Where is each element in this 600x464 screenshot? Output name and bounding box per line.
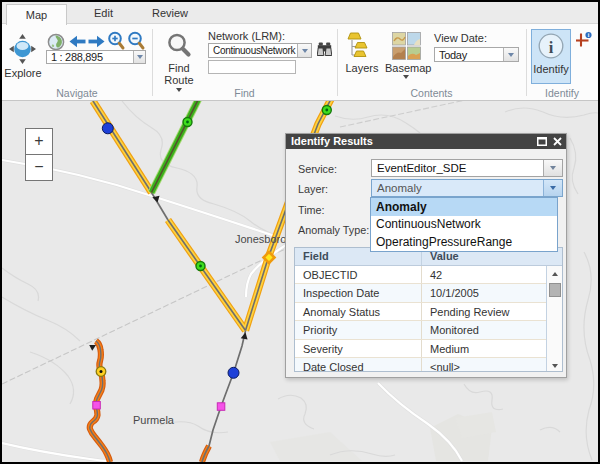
explore-icon[interactable] xyxy=(8,33,37,65)
arrow-down-icon xyxy=(552,364,558,368)
table-row[interactable]: OBJECTID42 xyxy=(295,266,546,284)
value-cell: 10/1/2005 xyxy=(421,284,546,301)
field-cell: Priority xyxy=(295,321,421,338)
dropdown-option[interactable]: ContinuousNetwork xyxy=(371,216,557,234)
map-zoom-out-button[interactable]: − xyxy=(25,154,53,181)
maximize-icon[interactable] xyxy=(537,137,547,146)
network-combobox[interactable]: ContinuousNetwork xyxy=(208,43,312,58)
identify-route-icon[interactable]: i xyxy=(574,31,593,48)
marker-pink-square xyxy=(217,403,225,411)
table-row[interactable]: Anomaly StatusPending Review xyxy=(295,303,546,321)
group-separator xyxy=(526,29,527,96)
chevron-down-icon xyxy=(137,55,143,59)
find-route-button[interactable]: Find Route xyxy=(155,62,203,86)
value-cell: Pending Review xyxy=(421,303,546,320)
dropdown-option[interactable]: Anomaly xyxy=(371,198,557,216)
marker-blue-dot xyxy=(228,367,239,378)
scale-combobox[interactable]: 1 : 288,895 xyxy=(46,50,146,64)
route-input[interactable] xyxy=(208,60,296,74)
tab-map[interactable]: Map xyxy=(6,4,67,25)
find-route-icon[interactable] xyxy=(166,32,192,58)
svg-text:i: i xyxy=(549,38,554,57)
zoom-out-icon[interactable] xyxy=(127,31,146,51)
find-route-dropdown-icon[interactable] xyxy=(176,88,182,92)
layer-combobox[interactable]: Anomaly xyxy=(371,179,563,197)
tab-edit[interactable]: Edit xyxy=(67,2,140,24)
chevron-down-icon xyxy=(508,53,514,57)
view-date-dropdown-button[interactable] xyxy=(503,48,518,61)
tab-edit-label: Edit xyxy=(94,7,113,19)
basemap-button[interactable]: Basemap xyxy=(385,62,429,74)
field-cell: Anomaly Status xyxy=(295,303,421,320)
group-label-contents: Contents xyxy=(337,87,526,99)
arrow-up-icon xyxy=(552,272,558,276)
chevron-down-icon xyxy=(550,166,556,170)
forward-arrow-icon[interactable] xyxy=(88,35,105,48)
view-date-combobox[interactable]: Today xyxy=(434,47,519,62)
back-arrow-icon[interactable] xyxy=(69,35,86,48)
service-label: Service: xyxy=(298,163,337,175)
panel-title: Identify Results xyxy=(291,135,373,147)
scale-dropdown-button[interactable] xyxy=(133,51,145,63)
service-dropdown-button[interactable] xyxy=(543,160,562,176)
explore-button[interactable]: Explore xyxy=(2,67,44,79)
identify-button[interactable]: i Identify xyxy=(531,29,571,84)
table-row[interactable]: PriorityMonitored xyxy=(295,321,546,339)
network-value: ContinuousNetwork xyxy=(213,44,295,57)
service-value: EventEditor_SDE xyxy=(377,160,467,176)
identify-icon: i xyxy=(538,33,564,59)
value-cell: <null> xyxy=(421,358,546,372)
layer-dropdown-button[interactable] xyxy=(543,180,562,196)
binoculars-icon[interactable] xyxy=(317,42,332,57)
app-window: Map Edit Review Navigate Find Contents I… xyxy=(2,2,598,462)
table-body: OBJECTID42Inspection Date10/1/2005Anomal… xyxy=(295,266,546,372)
zoom-in-icon[interactable] xyxy=(107,31,126,51)
scrollbar-thumb[interactable] xyxy=(549,283,561,297)
dropdown-option[interactable]: OperatingPressureRange xyxy=(371,233,557,251)
layer-value: Anomaly xyxy=(377,180,422,196)
map-label-purmela: Purmela xyxy=(133,414,175,426)
layers-label: Layers xyxy=(345,62,378,74)
map-zoom-in-button[interactable]: + xyxy=(25,128,53,155)
network-dropdown-button[interactable] xyxy=(297,44,311,57)
layers-icon[interactable] xyxy=(347,32,368,59)
value-cell: Monitored xyxy=(421,321,546,338)
tab-map-label: Map xyxy=(26,9,47,21)
value-cell: 42 xyxy=(421,266,546,283)
scroll-down-button[interactable] xyxy=(547,358,562,372)
marker-pink-square xyxy=(93,402,101,410)
basemap-dropdown-icon[interactable] xyxy=(403,75,409,79)
table-row[interactable]: SeverityMedium xyxy=(295,340,546,358)
chevron-down-icon xyxy=(302,49,308,53)
tab-review-label: Review xyxy=(152,7,188,19)
table-row[interactable]: Inspection Date10/1/2005 xyxy=(295,284,546,302)
close-icon[interactable] xyxy=(553,137,562,146)
basemap-icon[interactable] xyxy=(392,32,421,60)
layer-dropdown-list: AnomalyContinuousNetworkOperatingPressur… xyxy=(370,197,558,252)
panel-title-bar[interactable]: Identify Results xyxy=(286,134,566,149)
anomaly-type-label: Anomaly Type: xyxy=(298,224,369,236)
group-separator xyxy=(152,29,153,96)
ribbon-tab-bar: Map Edit Review xyxy=(2,2,598,24)
identify-label: Identify xyxy=(532,63,570,75)
scroll-up-button[interactable] xyxy=(547,266,562,281)
table-row[interactable]: Date Closed<null> xyxy=(295,358,546,372)
map-zoom-control: + − xyxy=(25,128,53,183)
tab-review[interactable]: Review xyxy=(140,2,200,24)
map-label-jonesboro: Jonesboro xyxy=(235,233,286,245)
value-cell: Medium xyxy=(421,340,546,357)
table-scrollbar[interactable] xyxy=(546,266,562,372)
field-cell: Inspection Date xyxy=(295,284,421,301)
view-date-label: View Date: xyxy=(434,32,487,44)
layer-label: Layer: xyxy=(298,183,328,195)
service-combobox[interactable]: EventEditor_SDE xyxy=(371,159,563,177)
field-cell: Date Closed xyxy=(295,358,421,372)
group-label-identify: Identify xyxy=(526,87,598,99)
globe-icon[interactable] xyxy=(47,33,65,51)
basemap-label: Basemap xyxy=(385,62,431,74)
view-date-value: Today xyxy=(439,48,467,61)
network-label: Network (LRM): xyxy=(208,30,285,42)
find-route-label-line1: Find xyxy=(155,62,203,74)
layers-button[interactable]: Layers xyxy=(342,62,382,74)
time-label: Time: xyxy=(298,204,325,216)
